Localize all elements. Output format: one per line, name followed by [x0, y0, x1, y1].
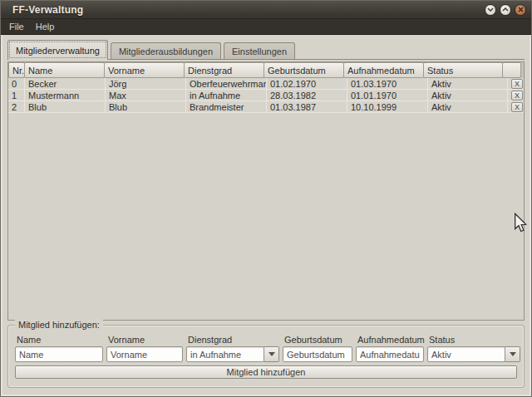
window-title: FF-Verwaltung: [12, 4, 83, 16]
add-member-groupbox: Mitglied hinzufügen: Name Vorname Dienst…: [7, 325, 525, 388]
chevron-down-icon[interactable]: [505, 346, 520, 362]
cell-nr[interactable]: 1: [8, 90, 25, 101]
window-controls: [485, 4, 526, 16]
cell-vorname[interactable]: Jörg: [106, 78, 186, 90]
name-field[interactable]: [15, 346, 103, 362]
label-name: Name: [15, 335, 103, 346]
tab-einstellungen[interactable]: Einstellungen: [224, 42, 295, 59]
delete-row-button[interactable]: X: [511, 91, 523, 100]
col-header-dienstgrad[interactable]: Dienstgrad: [184, 62, 264, 78]
content-area: Mitgliederverwaltung Mitgliederausbildun…: [1, 35, 531, 396]
cell-status[interactable]: Aktiv: [428, 78, 508, 90]
geburtsdatum-field[interactable]: [283, 346, 352, 362]
cell-name[interactable]: Blub: [25, 101, 106, 113]
cell-status[interactable]: Aktiv: [428, 101, 508, 113]
cell-vorname[interactable]: Blub: [106, 101, 186, 113]
dienstgrad-combo-value: in Aufnahme: [186, 346, 264, 362]
label-status: Status: [427, 335, 520, 346]
col-header-vorname[interactable]: Vorname: [104, 62, 185, 78]
form-labels-row: Name Vorname Dienstgrad Geburtsdatum Auf…: [15, 335, 517, 346]
cell-dienstgrad[interactable]: Brandmeister: [186, 101, 267, 113]
label-geburtsdatum: Geburtsdatum: [283, 335, 352, 346]
col-header-nr[interactable]: Nr.: [8, 62, 25, 78]
cell-aufnahmedatum[interactable]: 10.10.1999: [347, 101, 428, 113]
menu-file[interactable]: File: [4, 20, 29, 33]
app-window: FF-Verwaltung File Help Mitgliederverwal…: [0, 0, 532, 397]
cell-aufnahmedatum[interactable]: 01.03.1970: [347, 78, 428, 90]
col-header-geburtsdatum[interactable]: Geburtsdatum: [264, 62, 344, 78]
tab-panel: Nr. Name Vorname Dienstgrad Geburtsdatum…: [7, 59, 525, 388]
cell-status[interactable]: Aktiv: [428, 90, 508, 101]
delete-row-button[interactable]: X: [511, 79, 523, 89]
col-header-name[interactable]: Name: [24, 62, 105, 78]
cell-nr[interactable]: 2: [8, 101, 25, 113]
vorname-field[interactable]: [106, 346, 183, 362]
cell-nr[interactable]: 0: [8, 78, 25, 90]
maximize-icon[interactable]: [500, 4, 511, 16]
tab-mitgliederverwaltung[interactable]: Mitgliederverwaltung: [7, 40, 108, 60]
cell-delete: X: [508, 101, 525, 113]
cell-geburtsdatum[interactable]: 01.02.1970: [267, 78, 347, 90]
status-combo-value: Aktiv: [427, 346, 505, 362]
cell-geburtsdatum[interactable]: 28.03.1982: [267, 90, 347, 101]
table-header-row: Nr. Name Vorname Dienstgrad Geburtsdatum…: [8, 62, 524, 78]
cell-delete: X: [508, 78, 525, 90]
close-icon[interactable]: [515, 4, 526, 16]
label-dienstgrad: Dienstgrad: [186, 335, 279, 346]
cell-delete: X: [508, 90, 525, 101]
cell-name[interactable]: Becker: [25, 78, 106, 90]
groupbox-title: Mitglied hinzufügen:: [15, 320, 103, 330]
cell-aufnahmedatum[interactable]: 01.01.1970: [347, 90, 428, 101]
col-header-delete: [502, 62, 521, 78]
col-header-status[interactable]: Status: [423, 62, 503, 78]
form-fields-row: in Aufnahme Aktiv: [15, 346, 517, 362]
label-vorname: Vorname: [106, 335, 183, 346]
dienstgrad-combo[interactable]: in Aufnahme: [186, 346, 279, 362]
aufnahmedatum-field[interactable]: [356, 346, 424, 362]
cell-name[interactable]: Mustermann: [25, 90, 106, 101]
status-combo[interactable]: Aktiv: [427, 346, 520, 362]
label-aufnahmedatum: Aufnahmedatum: [356, 335, 424, 346]
table-row[interactable]: 0 Becker Jörg Oberfeuerwehrmann 01.02.19…: [8, 78, 524, 90]
table-row[interactable]: 1 Mustermann Max in Aufnahme 28.03.1982 …: [8, 90, 524, 101]
tab-mitgliederausbildungen[interactable]: Mitgliederausbildungen: [111, 42, 221, 59]
col-header-aufnahmedatum[interactable]: Aufnahmedatum: [343, 62, 424, 78]
add-member-button[interactable]: Mitglied hinzufügen: [15, 365, 517, 379]
chevron-down-icon[interactable]: [264, 346, 279, 362]
menu-help[interactable]: Help: [31, 20, 60, 33]
menubar: File Help: [1, 19, 531, 35]
member-table: Nr. Name Vorname Dienstgrad Geburtsdatum…: [7, 61, 525, 321]
titlebar[interactable]: FF-Verwaltung: [1, 1, 531, 19]
tab-bar: Mitgliederverwaltung Mitgliederausbildun…: [7, 38, 525, 59]
cell-vorname[interactable]: Max: [106, 90, 186, 101]
table-row[interactable]: 2 Blub Blub Brandmeister 01.03.1987 10.1…: [8, 101, 524, 113]
cell-dienstgrad[interactable]: Oberfeuerwehrmann: [186, 78, 267, 90]
delete-row-button[interactable]: X: [511, 102, 523, 112]
cell-geburtsdatum[interactable]: 01.03.1987: [267, 101, 347, 113]
cell-dienstgrad[interactable]: in Aufnahme: [186, 90, 267, 101]
minimize-icon[interactable]: [485, 4, 496, 16]
